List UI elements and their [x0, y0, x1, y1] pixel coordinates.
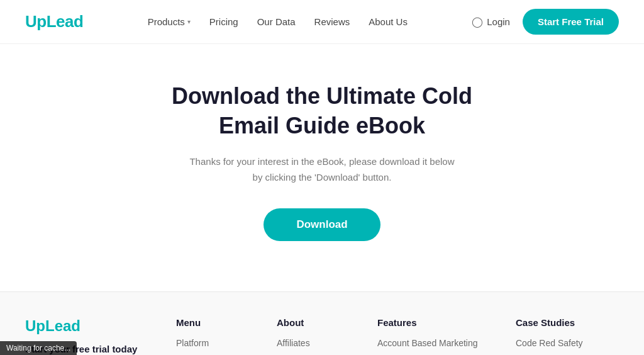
status-bar: Waiting for cache... [0, 341, 77, 355]
chevron-down-icon: ▾ [187, 18, 191, 25]
footer-col-menu-title: Menu [176, 317, 264, 328]
hero-title: Download the Ultimate Cold Email Guide e… [158, 82, 486, 141]
footer-col-features: Features Account Based Marketing Build B… [377, 317, 503, 355]
login-link[interactable]: ◯ Login [472, 16, 510, 28]
footer-col-about: About Affiliates Company Contact Us [277, 317, 365, 355]
logo[interactable]: UpLead [25, 12, 83, 31]
footer-logo: UpLead [25, 317, 164, 335]
footer-col-case-studies-title: Case Studies [516, 317, 641, 328]
nav-item-our-data[interactable]: Our Data [257, 16, 296, 27]
logo-second: Lead [47, 12, 84, 31]
header: UpLead Products ▾ Pricing Our Data Revie… [0, 0, 644, 44]
hero-section: Download the Ultimate Cold Email Guide e… [0, 44, 644, 291]
download-button[interactable]: Download [264, 208, 380, 241]
footer-col-case-studies: Case Studies Code Red Safety Staffing Fu… [516, 317, 641, 355]
footer-col-about-title: About [277, 317, 365, 328]
nav-item-about-us[interactable]: About Us [369, 16, 408, 27]
footer-inner: UpLead Start your free trial today Sign … [25, 317, 619, 355]
logo-first: Up [25, 12, 47, 31]
nav-item-pricing[interactable]: Pricing [209, 16, 238, 27]
footer: UpLead Start your free trial today Sign … [0, 291, 644, 355]
hero-subtitle: Thanks for your interest in the eBook, p… [184, 154, 460, 186]
header-actions: ◯ Login Start Free Trial [472, 9, 619, 35]
user-icon: ◯ [472, 16, 483, 28]
nav: Products ▾ Pricing Our Data Reviews Abou… [148, 16, 408, 27]
footer-col-features-title: Features [377, 317, 503, 328]
footer-link-code-red[interactable]: Code Red Safety [516, 338, 641, 348]
footer-link-platform[interactable]: Platform [176, 338, 264, 348]
nav-item-reviews[interactable]: Reviews [314, 16, 350, 27]
footer-col-menu: Menu Platform Pricing Reviews [176, 317, 264, 355]
start-trial-button[interactable]: Start Free Trial [523, 9, 619, 35]
footer-link-abm[interactable]: Account Based Marketing [377, 338, 503, 348]
footer-link-affiliates[interactable]: Affiliates [277, 338, 365, 348]
nav-item-products[interactable]: Products ▾ [148, 16, 191, 27]
